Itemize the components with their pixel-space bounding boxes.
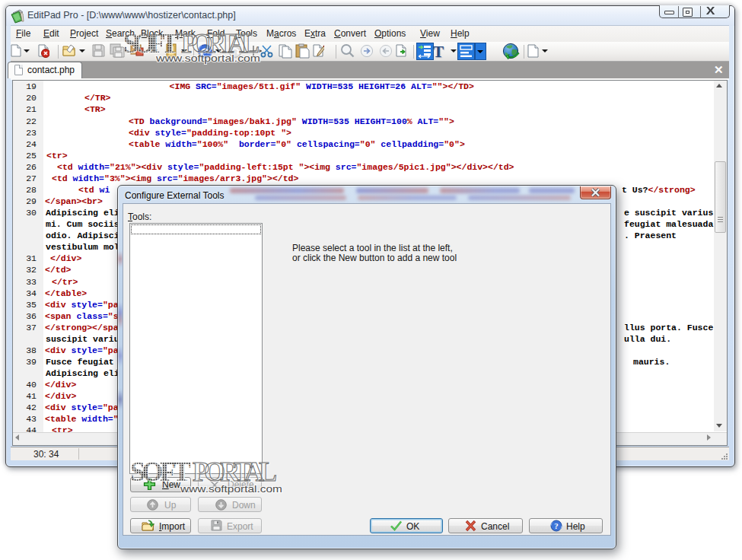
svg-text:www.softportal.com: www.softportal.com [180, 483, 282, 495]
svg-text:PORTAL: PORTAL [193, 457, 277, 487]
svg-text:SOFT: SOFT [130, 457, 191, 487]
svg-text:www.softportal.com: www.softportal.com [155, 52, 260, 64]
